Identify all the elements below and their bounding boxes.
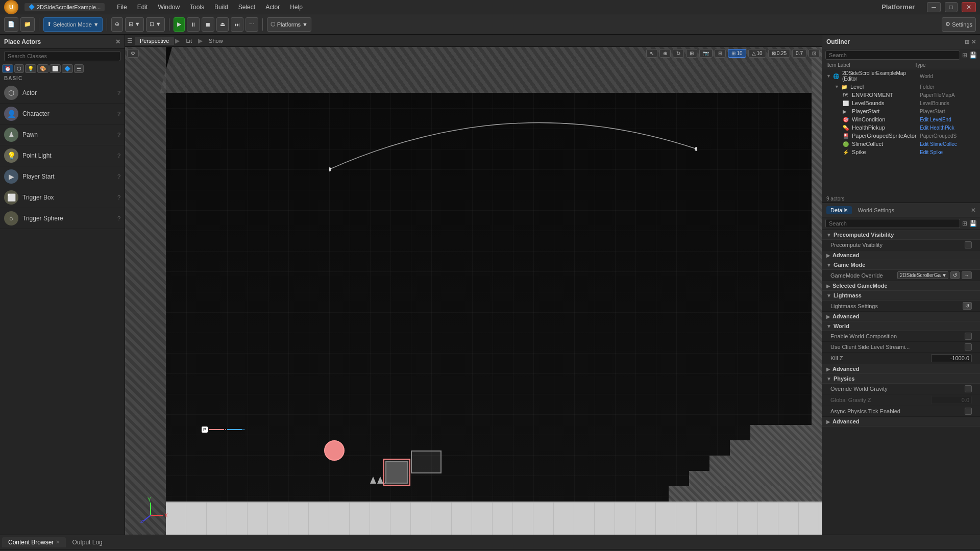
tree-levelbounds[interactable]: ⬜ LevelBounds LevelBounds [822, 99, 980, 107]
scale-snap-btn[interactable]: ⊠ 0.25 [768, 49, 790, 58]
rotate-btn[interactable]: ↻ [673, 49, 684, 58]
section-advanced-1[interactable]: ▶ Advanced [822, 251, 980, 260]
selection-mode-button[interactable]: ⬆ Selection Mode ▼ [43, 17, 103, 32]
precompute-checkbox[interactable] [965, 241, 972, 248]
outliner-options-icon[interactable]: ⊞ [965, 39, 969, 45]
tab-visual[interactable]: 🎨 [37, 64, 48, 73]
details-close-icon[interactable]: ✕ [971, 207, 976, 214]
grid-button[interactable]: ⊡ ▼ [146, 17, 165, 32]
tree-papergrouped[interactable]: 🎴 PaperGroupedSpriteActor PaperGroupedS [822, 132, 980, 140]
viewport-options-button[interactable]: ⚙ [127, 49, 139, 58]
perspective-tab[interactable]: Perspective [135, 37, 174, 45]
tab-geometry[interactable]: ⬜ [50, 64, 61, 73]
platforms-button[interactable]: ⬡ Platforms ▼ [267, 17, 311, 32]
section-advanced-4[interactable]: ▶ Advanced [822, 417, 980, 427]
menu-help[interactable]: Help [286, 3, 307, 12]
output-log-tab[interactable]: Output Log [66, 537, 108, 547]
world-comp-checkbox[interactable] [965, 333, 972, 340]
gamemode-refresh-button[interactable]: ↺ [950, 271, 960, 279]
new-level-button[interactable]: 📄 [4, 17, 18, 32]
select-mode-btn[interactable]: ↖ [646, 49, 657, 58]
close-button[interactable]: ✕ [962, 2, 976, 12]
tree-spike[interactable]: ⚡ Spike Edit Spike [822, 148, 980, 156]
play-pause-button[interactable]: ⏸ [187, 17, 200, 32]
menu-file[interactable]: File [113, 3, 131, 12]
actor-item-playerstart[interactable]: ▶ Player Start ? [0, 166, 125, 187]
outliner-close-icon[interactable]: ✕ [971, 39, 976, 45]
tree-type-spike[interactable]: Edit Spike [920, 149, 976, 155]
angle-snap-btn[interactable]: △ 10 [748, 49, 766, 58]
section-precomputed-visibility[interactable]: ▼ Precomputed Visibility [822, 230, 980, 240]
section-lightmass[interactable]: ▼ Lightmass [822, 291, 980, 300]
tree-playerstart[interactable]: ▶ PlayerStart PlayerStart [822, 107, 980, 115]
open-level-button[interactable]: 📁 [20, 17, 35, 32]
tree-type-wincondition[interactable]: Edit LevelEnd [920, 117, 976, 122]
show-tab[interactable]: Show [204, 37, 228, 45]
tree-wincondition[interactable]: 🎯 WinCondition Edit LevelEnd [822, 115, 980, 123]
tab-all[interactable]: ☰ [74, 64, 84, 73]
tree-environment[interactable]: 🗺 ENVIRONMENT PaperTileMapA [822, 91, 980, 99]
actor-item-pawn[interactable]: ♟ Pawn ? [0, 124, 125, 145]
project-name[interactable]: 🔷 2DSideScrollerExample... [24, 3, 105, 11]
menu-window[interactable]: Window [154, 3, 184, 12]
menu-tools[interactable]: Tools [186, 3, 208, 12]
section-advanced-2[interactable]: ▶ Advanced [822, 312, 980, 321]
menu-build[interactable]: Build [210, 3, 232, 12]
settings-button[interactable]: ⚙ Settings [942, 17, 976, 32]
grid-snap-btn[interactable]: ⊞ 10 [728, 49, 746, 58]
actor-item-character[interactable]: 👤 Character ? [0, 104, 125, 124]
override-gravity-checkbox[interactable] [965, 385, 972, 392]
section-advanced-3[interactable]: ▶ Advanced [822, 364, 980, 374]
content-browser-tab[interactable]: Content Browser ✕ [2, 537, 66, 547]
minimize-button[interactable]: ─ [927, 2, 941, 12]
tree-root[interactable]: ▼ 🌐 2DSideScrollerExampleMap (Editor Wor… [822, 69, 980, 83]
client-stream-checkbox[interactable] [965, 343, 972, 350]
actor-item-triggersphere[interactable]: ○ Trigger Sphere ? [0, 208, 125, 229]
outliner-grid-icon[interactable]: ⊞ [962, 52, 967, 59]
transform-button[interactable]: ⊕ [111, 17, 123, 32]
details-tab[interactable]: Details [826, 206, 852, 214]
section-selected-gamemode[interactable]: ▶ Selected GameMode [822, 281, 980, 291]
translate-btn[interactable]: ⊕ [659, 49, 671, 58]
details-grid-icon[interactable]: ⊞ [962, 220, 967, 227]
lightmass-reset-button[interactable]: ↺ [963, 302, 972, 310]
gamemode-browse-button[interactable]: → [962, 271, 972, 279]
outliner-search-input[interactable] [825, 51, 960, 60]
menu-edit[interactable]: Edit [133, 3, 152, 12]
section-physics[interactable]: ▼ Physics [822, 374, 980, 384]
tree-healthpickup[interactable]: 💊 HealthPickup Edit HealthPick [822, 123, 980, 132]
tab-basic[interactable]: ⬡ [14, 64, 24, 73]
tree-type-healthpickup[interactable]: Edit HealthPick [920, 125, 976, 131]
world-settings-tab[interactable]: World Settings [854, 206, 898, 214]
stop-button[interactable]: ⏹ [202, 17, 214, 32]
tab-lights[interactable]: 💡 [25, 64, 36, 73]
snap-button[interactable]: ⊞ ▼ [125, 17, 144, 32]
actor-item-actor[interactable]: ⬡ Actor ? [0, 83, 125, 104]
section-world[interactable]: ▼ World [822, 321, 980, 331]
killz-input[interactable] [931, 354, 972, 362]
floor-btn[interactable]: ⊟ [715, 49, 726, 58]
menu-actor[interactable]: Actor [261, 3, 284, 12]
eject-button[interactable]: ⏏ [216, 17, 229, 32]
search-classes-input[interactable] [4, 51, 120, 61]
close-place-actors-button[interactable]: ✕ [115, 38, 120, 45]
play-button[interactable]: ▶ [174, 17, 185, 32]
scale-btn[interactable]: ⊞ [686, 49, 697, 58]
tree-type-slimecollect[interactable]: Edit SlimeCollec [920, 141, 976, 147]
maximize-viewport-btn[interactable]: ⊡ [808, 49, 820, 58]
maximize-button[interactable]: □ [945, 2, 958, 12]
actor-item-pointlight[interactable]: 💡 Point Light ? [0, 145, 125, 166]
lit-tab[interactable]: Lit [181, 37, 197, 45]
viewport-hamburger-icon[interactable]: ☰ [127, 37, 133, 44]
gamemode-dropdown[interactable]: 2DSideScrollerGa ▼ [897, 271, 948, 279]
async-physics-checkbox[interactable] [965, 408, 972, 415]
details-search-input[interactable] [825, 219, 960, 228]
menu-select[interactable]: Select [234, 3, 259, 12]
camera-btn[interactable]: 📷 [699, 49, 713, 58]
section-game-mode[interactable]: ▼ Game Mode [822, 260, 980, 270]
details-save-icon[interactable]: 💾 [969, 220, 977, 227]
tab-recently-placed[interactable]: ⏰ [2, 64, 13, 73]
content-browser-close-icon[interactable]: ✕ [56, 539, 60, 545]
actor-item-triggerbox[interactable]: ⬜ Trigger Box ? [0, 187, 125, 208]
tree-level[interactable]: ▼ 📁 Level Folder [822, 83, 980, 91]
